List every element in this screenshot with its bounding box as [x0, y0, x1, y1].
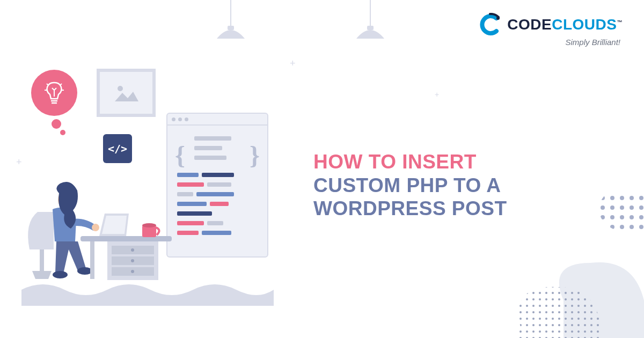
hero-illustration: </> { } — [21, 64, 274, 311]
code-tag-icon: </> — [103, 134, 132, 163]
svg-point-18 — [92, 224, 99, 231]
pendant-lamp-icon — [209, 0, 252, 48]
idea-bubble-icon — [31, 70, 77, 116]
bubble-trail-icon — [52, 119, 61, 129]
plus-decoration-icon — [435, 90, 444, 100]
title-line-1: HOW TO INSERT — [313, 150, 507, 174]
svg-point-33 — [599, 193, 644, 233]
brand-logo: CODECLOUDS™ Simply Brilliant! — [478, 13, 623, 47]
svg-point-27 — [131, 270, 134, 273]
svg-rect-2 — [228, 26, 234, 30]
article-title: HOW TO INSERT CUSTOM PHP TO A WORDPRESS … — [313, 150, 507, 221]
logo-c-icon — [478, 13, 502, 36]
bubble-trail-icon — [60, 130, 65, 135]
pendant-lamp-icon — [349, 0, 392, 48]
svg-line-13 — [47, 84, 48, 85]
svg-point-5 — [118, 86, 123, 91]
logo-wordmark: CODECLOUDS™ — [507, 16, 623, 33]
svg-point-30 — [142, 223, 156, 227]
plus-decoration-icon — [290, 58, 299, 68]
svg-point-26 — [131, 259, 134, 262]
svg-point-16 — [77, 267, 92, 275]
picture-frame-icon — [97, 69, 156, 117]
logo-tagline: Simply Brilliant! — [478, 38, 620, 47]
svg-rect-15 — [40, 249, 44, 271]
wave-base-icon — [21, 279, 274, 306]
svg-point-0 — [496, 17, 500, 20]
svg-line-14 — [60, 84, 62, 85]
svg-rect-28 — [90, 241, 94, 279]
title-line-2: CUSTOM PHP TO A — [313, 174, 507, 197]
title-line-3: WORDPRESS POST — [313, 197, 507, 221]
svg-rect-4 — [367, 26, 374, 30]
svg-rect-20 — [80, 236, 172, 241]
svg-point-25 — [131, 248, 134, 252]
svg-line-10 — [54, 88, 56, 90]
svg-point-17 — [53, 271, 68, 278]
